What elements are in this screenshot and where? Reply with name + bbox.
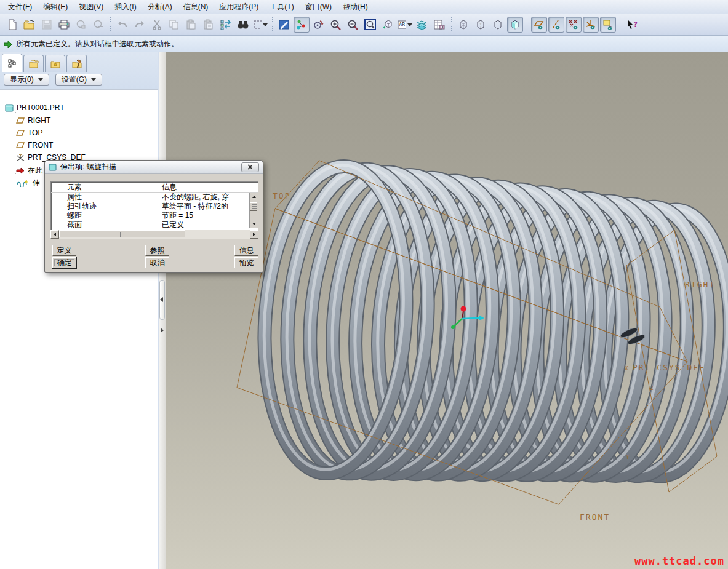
model-scene: TOP RIGHT FRONT PRT_CSYS_DEF X Y Z bbox=[166, 52, 728, 569]
no-hidden-icon[interactable] bbox=[490, 17, 506, 33]
model-tree-tab[interactable] bbox=[2, 54, 22, 72]
horizontal-scrollbar[interactable] bbox=[50, 230, 258, 239]
menu-help[interactable]: 帮助(H) bbox=[337, 0, 374, 14]
find-icon[interactable] bbox=[235, 17, 251, 33]
menu-file[interactable]: 文件(F) bbox=[2, 0, 38, 14]
view-manager-icon[interactable] bbox=[431, 17, 447, 33]
annotations-toggle-icon[interactable] bbox=[600, 17, 616, 33]
main-toolbar: AB ? bbox=[0, 14, 728, 36]
regenerate-icon[interactable] bbox=[218, 17, 234, 33]
hscroll-thumb[interactable] bbox=[59, 230, 185, 237]
new-file-icon[interactable] bbox=[4, 17, 20, 33]
close-button[interactable] bbox=[241, 162, 259, 172]
datum-axes-toggle-icon[interactable] bbox=[548, 17, 564, 33]
tree-item-helical-sweep[interactable]: 伸 bbox=[16, 178, 40, 188]
insert-here-icon bbox=[16, 167, 25, 174]
zoom-in-icon[interactable] bbox=[328, 17, 344, 33]
csys-y-end bbox=[451, 325, 455, 329]
print-icon[interactable] bbox=[56, 17, 72, 33]
repaint-icon[interactable] bbox=[276, 17, 292, 33]
show-dropdown-button[interactable]: 显示(0) bbox=[4, 74, 49, 86]
redo-icon[interactable] bbox=[132, 17, 148, 33]
refs-button[interactable]: 参照 bbox=[145, 245, 169, 256]
tree-item-insert-here[interactable]: 在此 bbox=[16, 165, 42, 176]
tree-item-front[interactable]: FRONT bbox=[16, 141, 53, 149]
undo-icon[interactable] bbox=[114, 17, 130, 33]
scroll-down-icon[interactable] bbox=[250, 220, 258, 228]
layers-icon[interactable] bbox=[414, 17, 430, 33]
select-box-icon[interactable] bbox=[252, 17, 268, 33]
toolbar-separator bbox=[449, 17, 454, 32]
vertical-scrollbar[interactable] bbox=[249, 193, 258, 228]
chevron-down-icon bbox=[91, 78, 96, 81]
info-button[interactable]: 信息 bbox=[234, 245, 258, 256]
delete-unused-icon[interactable] bbox=[90, 17, 106, 33]
menu-analysis[interactable]: 分析(A) bbox=[142, 0, 178, 14]
select-box-dropdown-icon[interactable] bbox=[263, 23, 268, 26]
helical-spring-model[interactable] bbox=[254, 161, 728, 480]
save-icon[interactable] bbox=[39, 17, 55, 33]
orientation-mode-icon[interactable] bbox=[311, 17, 327, 33]
dialog-title-bar[interactable]: 伸出项: 螺旋扫描 bbox=[45, 161, 263, 174]
datum-csys-toggle-icon[interactable] bbox=[583, 17, 599, 33]
menu-info[interactable]: 信息(N) bbox=[178, 0, 214, 14]
ok-button[interactable]: 确定 bbox=[52, 257, 76, 268]
axis-z-label: Z bbox=[650, 385, 654, 391]
saved-views-dropdown-icon[interactable] bbox=[407, 23, 412, 26]
menu-applications[interactable]: 应用程序(P) bbox=[214, 0, 264, 14]
erase-display-icon[interactable] bbox=[73, 17, 89, 33]
preview-button[interactable]: 预览 bbox=[234, 257, 258, 268]
copy-icon[interactable] bbox=[166, 17, 182, 33]
navigator-sash[interactable] bbox=[159, 52, 166, 569]
reorient-icon[interactable] bbox=[380, 17, 396, 33]
collapse-left-icon[interactable] bbox=[160, 297, 163, 302]
define-button[interactable]: 定义 bbox=[52, 245, 76, 256]
tree-item-right[interactable]: RIGHT bbox=[16, 116, 50, 125]
wireframe-icon[interactable] bbox=[455, 17, 471, 33]
zoom-out-icon[interactable] bbox=[345, 17, 361, 33]
saved-views-icon[interactable]: AB bbox=[397, 17, 413, 33]
svg-text:AB: AB bbox=[399, 22, 406, 28]
menu-edit[interactable]: 编辑(E) bbox=[38, 0, 73, 14]
refit-icon[interactable] bbox=[362, 17, 378, 33]
scroll-up-icon[interactable] bbox=[250, 193, 258, 201]
cut-icon[interactable] bbox=[149, 17, 165, 33]
graphics-viewport[interactable]: TOP RIGHT FRONT PRT_CSYS_DEF X Y Z bbox=[166, 52, 728, 569]
table-row[interactable]: 螺距 节距 = 15 bbox=[51, 211, 258, 220]
table-row[interactable]: 属性 不变的螺距, 右旋, 穿 bbox=[51, 193, 258, 202]
settings-dropdown-button[interactable]: 设置(G) bbox=[55, 74, 102, 86]
cancel-button[interactable]: 取消 bbox=[145, 257, 169, 268]
favorites-tab[interactable] bbox=[45, 55, 65, 72]
context-help-icon[interactable]: ? bbox=[624, 17, 640, 33]
datum-planes-toggle-icon[interactable] bbox=[531, 17, 547, 33]
axis-x-label: X bbox=[625, 365, 629, 372]
spin-center-icon[interactable] bbox=[294, 17, 310, 33]
vscroll-thumb[interactable] bbox=[250, 202, 257, 211]
expand-right-icon[interactable] bbox=[161, 328, 164, 333]
menu-window[interactable]: 窗口(W) bbox=[300, 0, 337, 14]
table-row[interactable]: 扫引轨迹 草绘平面 - 特征#2的 bbox=[51, 202, 258, 211]
status-message: 所有元素已定义。请从对话框中选取元素或动作。 bbox=[16, 39, 178, 49]
shaded-icon[interactable] bbox=[507, 17, 523, 33]
menu-tools[interactable]: 工具(T) bbox=[264, 0, 299, 14]
open-file-icon[interactable] bbox=[22, 17, 38, 33]
tree-item-top[interactable]: TOP bbox=[16, 129, 42, 137]
feature-icon bbox=[49, 163, 57, 171]
scroll-right-icon[interactable] bbox=[250, 230, 258, 239]
folder-browser-tab[interactable] bbox=[23, 55, 44, 72]
paste-icon[interactable] bbox=[183, 17, 199, 33]
scroll-left-icon[interactable] bbox=[50, 230, 59, 239]
history-tab[interactable] bbox=[66, 55, 87, 72]
toolbar-separator bbox=[108, 17, 113, 32]
col-element: 元素 bbox=[51, 182, 162, 192]
menu-insert[interactable]: 插入(I) bbox=[109, 0, 142, 14]
tree-root-part[interactable]: PRT0001.PRT bbox=[5, 103, 65, 112]
table-row[interactable]: 截面 已定义 bbox=[51, 220, 258, 229]
datum-points-toggle-icon[interactable] bbox=[566, 17, 582, 33]
datum-plane-icon bbox=[16, 129, 25, 137]
paste-special-icon[interactable] bbox=[201, 17, 217, 33]
hidden-line-icon[interactable] bbox=[473, 17, 489, 33]
helical-sweep-icon bbox=[16, 179, 30, 187]
dialog-title: 伸出项: 螺旋扫描 bbox=[60, 162, 116, 172]
menu-view[interactable]: 视图(V) bbox=[73, 0, 109, 14]
